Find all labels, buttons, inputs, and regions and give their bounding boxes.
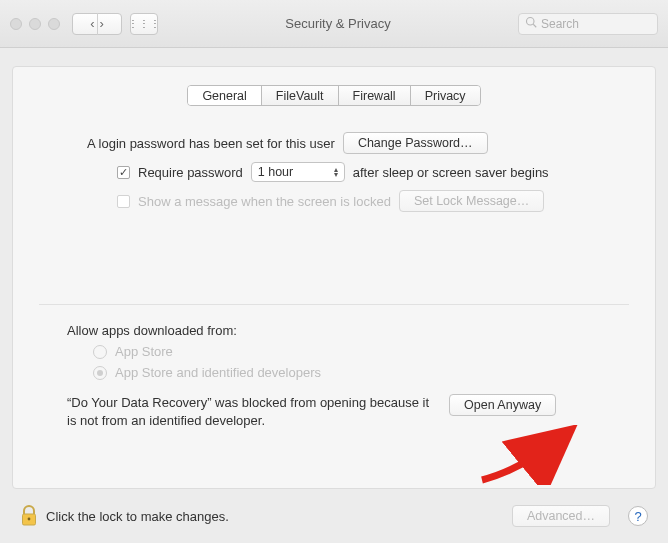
- search-placeholder: Search: [541, 17, 579, 31]
- advanced-button[interactable]: Advanced…: [512, 505, 610, 527]
- show-all-button[interactable]: ⋮⋮⋮: [130, 13, 158, 35]
- minimize-dot[interactable]: [29, 18, 41, 30]
- window-title: Security & Privacy: [166, 16, 510, 31]
- blocked-app-text: “Do Your Data Recovery” was blocked from…: [67, 394, 437, 429]
- svg-line-1: [533, 24, 536, 27]
- gatekeeper-heading: Allow apps downloaded from:: [67, 323, 611, 338]
- tab-firewall[interactable]: Firewall: [339, 86, 411, 105]
- zoom-dot[interactable]: [48, 18, 60, 30]
- radio-identified: [93, 366, 107, 380]
- tab-filevault[interactable]: FileVault: [262, 86, 339, 105]
- select-stepper-icon: ▴▾: [334, 167, 338, 177]
- require-password-checkbox[interactable]: ✓: [117, 166, 130, 179]
- require-password-delay-select[interactable]: 1 hour ▴▾: [251, 162, 345, 182]
- gatekeeper-section: Allow apps downloaded from: App Store Ap…: [13, 305, 655, 429]
- search-icon: [525, 16, 537, 31]
- help-button[interactable]: ?: [628, 506, 648, 526]
- nav-separator: [97, 13, 98, 35]
- radio-appstore-label: App Store: [115, 344, 173, 359]
- lock-text: Click the lock to make changes.: [46, 509, 229, 524]
- require-password-post: after sleep or screen saver begins: [353, 165, 549, 180]
- require-password-pre: Require password: [138, 165, 243, 180]
- tab-privacy[interactable]: Privacy: [411, 86, 480, 105]
- open-anyway-button[interactable]: Open Anyway: [449, 394, 556, 416]
- nav-back-forward[interactable]: ‹ ›: [72, 13, 122, 35]
- chevron-left-icon: ‹: [90, 16, 94, 31]
- tab-general[interactable]: General: [188, 86, 261, 105]
- set-lock-message-button: Set Lock Message…: [399, 190, 544, 212]
- login-password-section: A login password has been set for this u…: [13, 106, 655, 212]
- show-message-label: Show a message when the screen is locked: [138, 194, 391, 209]
- lock-icon[interactable]: [20, 505, 38, 527]
- require-password-value: 1 hour: [258, 165, 293, 179]
- titlebar: ‹ › ⋮⋮⋮ Security & Privacy Search: [0, 0, 668, 48]
- show-message-checkbox[interactable]: [117, 195, 130, 208]
- search-input[interactable]: Search: [518, 13, 658, 35]
- svg-point-0: [527, 18, 535, 26]
- login-pw-text: A login password has been set for this u…: [87, 136, 335, 151]
- grid-icon: ⋮⋮⋮: [128, 18, 161, 29]
- radio-identified-label: App Store and identified developers: [115, 365, 321, 380]
- tab-bar: General FileVault Firewall Privacy: [13, 85, 655, 106]
- radio-appstore: [93, 345, 107, 359]
- window-controls: [10, 18, 60, 30]
- change-password-button[interactable]: Change Password…: [343, 132, 488, 154]
- footer: Click the lock to make changes. Advanced…: [0, 494, 668, 538]
- prefs-panel: General FileVault Firewall Privacy A log…: [12, 66, 656, 489]
- chevron-right-icon: ›: [100, 16, 104, 31]
- svg-point-3: [28, 518, 31, 521]
- close-dot[interactable]: [10, 18, 22, 30]
